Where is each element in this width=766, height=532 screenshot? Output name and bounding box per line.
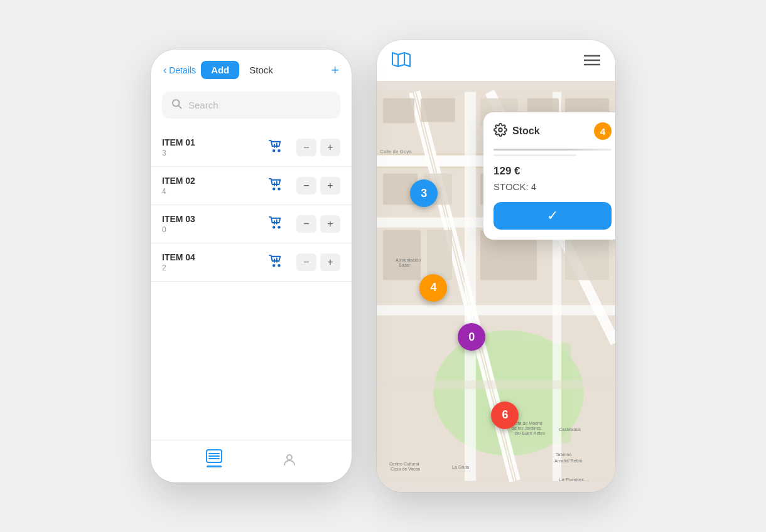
svg-marker-23 — [392, 53, 410, 66]
search-icon — [171, 98, 182, 112]
item-name: ITEM 03 — [162, 214, 262, 224]
item-count: 3 — [162, 149, 262, 157]
popup-badge: 4 — [594, 122, 612, 140]
popup-title: Stock — [512, 125, 540, 137]
cart-icon — [269, 216, 283, 232]
item-count: 4 — [162, 187, 262, 196]
table-row: ITEM 04 2 − + — [151, 243, 352, 282]
svg-text:Centro Cultural: Centro Cultural — [389, 462, 419, 466]
item-name: ITEM 02 — [162, 176, 262, 186]
qty-controls: − + — [296, 253, 340, 271]
item-count: 2 — [162, 263, 262, 272]
svg-point-3 — [278, 149, 280, 151]
qty-controls: − + — [296, 215, 340, 233]
nav-user-item[interactable] — [282, 452, 297, 467]
svg-text:Casa de Vacas: Casa de Vacas — [391, 467, 420, 471]
svg-rect-54 — [427, 230, 452, 280]
item-info: ITEM 03 0 — [162, 214, 262, 234]
popup-divider-1 — [494, 149, 612, 151]
increment-button[interactable]: + — [320, 177, 340, 194]
svg-text:Castelados: Castelados — [559, 427, 581, 432]
menu-icon[interactable] — [584, 54, 600, 70]
back-label: Details — [169, 65, 196, 75]
check-icon: ✓ — [547, 208, 558, 224]
map-header — [377, 40, 615, 81]
svg-text:del Buen Retiro: del Buen Retiro — [515, 431, 545, 435]
svg-point-14 — [273, 264, 275, 266]
table-row: ITEM 01 3 − + — [151, 129, 352, 167]
search-placeholder: Search — [188, 100, 218, 110]
table-row: ITEM 02 4 − + — [151, 167, 352, 205]
left-phone-header: ‹ Details Add Stock + — [151, 50, 352, 87]
svg-point-11 — [278, 226, 280, 228]
svg-text:La Panotec...: La Panotec... — [559, 477, 588, 482]
right-phone: Calle de Goya Alimentación Bazar Goiko G… — [377, 40, 615, 492]
cart-icon — [269, 255, 283, 270]
svg-text:Bazar: Bazar — [399, 263, 411, 267]
marker-6[interactable]: 6 — [491, 402, 519, 429]
svg-line-1 — [178, 105, 181, 108]
svg-point-6 — [273, 188, 275, 189]
svg-point-10 — [273, 226, 275, 228]
popup-divider-2 — [494, 154, 576, 156]
item-info: ITEM 01 3 — [162, 137, 262, 157]
search-bar[interactable]: Search — [162, 92, 340, 119]
back-button[interactable]: ‹ Details — [163, 65, 196, 76]
stock-tab[interactable]: Stock — [244, 61, 278, 79]
popup-price: 129 € — [494, 165, 612, 178]
item-info: ITEM 02 4 — [162, 176, 262, 196]
decrement-button[interactable]: − — [296, 253, 316, 271]
left-phone: ‹ Details Add Stock + Search ITEM 01 3 — [151, 50, 352, 482]
svg-rect-39 — [465, 92, 476, 481]
gear-icon — [494, 123, 507, 140]
decrement-button[interactable]: − — [296, 177, 316, 194]
svg-text:de los Jardines: de los Jardines — [512, 426, 542, 430]
increment-button[interactable]: + — [320, 215, 340, 233]
svg-point-71 — [499, 128, 502, 132]
item-name: ITEM 04 — [162, 252, 262, 262]
svg-rect-53 — [383, 230, 421, 280]
svg-rect-44 — [383, 98, 414, 124]
marker-4[interactable]: 4 — [419, 274, 447, 302]
map-area[interactable]: Calle de Goya Alimentación Bazar Goiko G… — [377, 81, 615, 492]
svg-point-15 — [278, 264, 280, 266]
svg-text:La Gruta: La Gruta — [452, 465, 469, 469]
cart-icon — [269, 178, 283, 194]
svg-text:Taberna: Taberna — [556, 452, 571, 457]
chevron-left-icon: ‹ — [163, 65, 166, 76]
map-icon — [392, 51, 411, 72]
svg-rect-42 — [377, 306, 615, 316]
item-info: ITEM 04 2 — [162, 252, 262, 272]
bottom-nav — [151, 440, 352, 482]
nav-list-item[interactable] — [206, 449, 222, 467]
nav-active-indicator — [207, 466, 222, 467]
popup-header: Stock 4 — [494, 122, 612, 140]
svg-point-2 — [273, 149, 275, 151]
svg-text:Alimentación: Alimentación — [396, 258, 421, 262]
svg-text:Calle de Goya: Calle de Goya — [380, 149, 412, 154]
svg-text:Arzabal Retiro: Arzabal Retiro — [554, 459, 582, 463]
item-count: 0 — [162, 225, 262, 234]
increment-button[interactable]: + — [320, 253, 340, 271]
increment-button[interactable]: + — [320, 139, 340, 156]
decrement-button[interactable]: − — [296, 215, 316, 233]
svg-point-22 — [287, 455, 292, 460]
cart-icon — [269, 140, 283, 156]
item-name: ITEM 01 — [162, 137, 262, 147]
add-tab[interactable]: Add — [201, 61, 239, 79]
stock-popup: Stock 4 129 € STOCK: 4 ✓ — [483, 112, 615, 240]
qty-controls: − + — [296, 177, 340, 194]
plus-button[interactable]: + — [331, 62, 339, 78]
popup-confirm-button[interactable]: ✓ — [494, 202, 612, 230]
svg-point-7 — [278, 188, 280, 189]
decrement-button[interactable]: − — [296, 139, 316, 156]
svg-rect-45 — [421, 98, 455, 122]
item-list: ITEM 01 3 − + — [151, 129, 352, 440]
svg-rect-43 — [377, 381, 615, 390]
table-row: ITEM 03 0 − + — [151, 205, 352, 243]
popup-stock-text: STOCK: 4 — [494, 181, 612, 192]
qty-controls: − + — [296, 139, 340, 156]
popup-title-wrap: Stock — [494, 123, 540, 140]
